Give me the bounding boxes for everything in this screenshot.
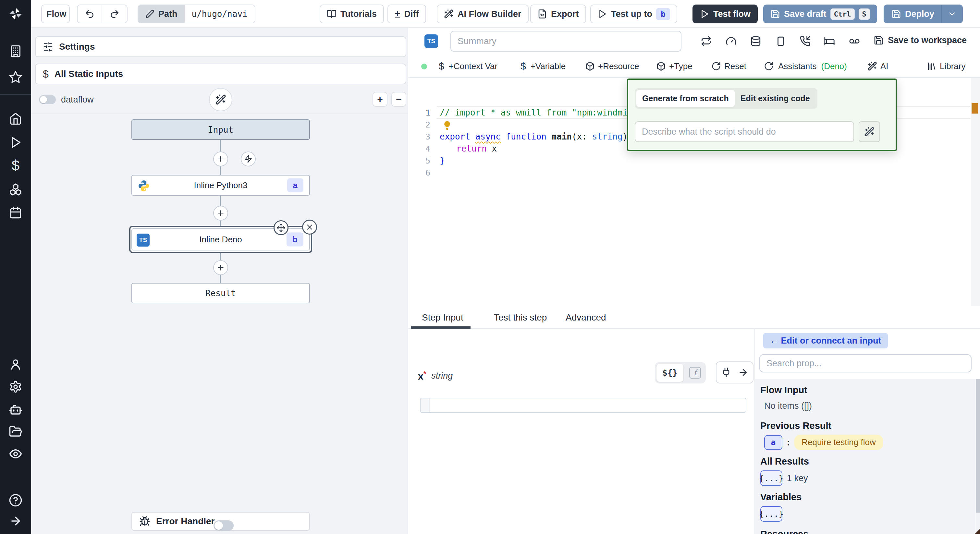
nav-runs-button[interactable] xyxy=(0,136,31,149)
tutorials-button[interactable]: Tutorials xyxy=(320,5,384,23)
generate-from-scratch-tab[interactable]: Generate from scratch xyxy=(636,90,735,107)
move-step-button[interactable] xyxy=(274,220,288,235)
undo-button[interactable] xyxy=(78,5,102,23)
early-stop-settings-button[interactable] xyxy=(775,36,786,47)
mock-settings-button[interactable] xyxy=(849,36,860,47)
flow-settings-button[interactable]: Settings xyxy=(35,37,406,57)
arg-value-input[interactable] xyxy=(420,398,746,413)
nav-ai-bot-button[interactable] xyxy=(0,403,31,416)
fn-mode-button[interactable]: f xyxy=(686,364,704,382)
error-handler-card[interactable]: Error Handler xyxy=(131,512,310,531)
ai-flow-builder-button[interactable]: AI Flow Builder xyxy=(437,5,529,23)
edit-or-connect-pill[interactable]: ← Edit or connect an input xyxy=(763,333,888,348)
code-line-4: return x xyxy=(456,143,497,155)
flow-node-result[interactable]: Result xyxy=(131,283,310,304)
redo-icon xyxy=(109,9,120,19)
collapse-rail-button[interactable] xyxy=(0,515,31,528)
nav-settings-button[interactable] xyxy=(0,380,31,393)
dataflow-toggle[interactable] xyxy=(39,95,56,104)
zoom-in-button[interactable]: + xyxy=(372,92,387,107)
panel-scrollbar-track[interactable] xyxy=(976,379,980,534)
save-draft-button[interactable]: Save draft Ctrl S xyxy=(763,5,877,23)
play-icon xyxy=(9,136,22,149)
tab-step-input[interactable]: Step Input xyxy=(422,306,463,329)
ai-flow-wand-button[interactable] xyxy=(209,88,232,111)
ai-prompt-input[interactable] xyxy=(635,121,854,142)
all-results-object-chip[interactable]: {...} xyxy=(760,470,783,486)
flow-node-input[interactable]: Input xyxy=(131,119,310,140)
add-trigger-button[interactable] xyxy=(241,151,256,167)
nav-audit-button[interactable] xyxy=(0,447,31,461)
arrow-right-icon[interactable] xyxy=(738,367,748,378)
cache-settings-button[interactable] xyxy=(750,36,761,47)
add-variable-button[interactable]: $+Variable xyxy=(520,54,566,78)
flow-menu-label: Flow xyxy=(46,9,67,19)
input-drag-handle[interactable] xyxy=(420,398,430,412)
add-type-button[interactable]: +Type xyxy=(656,54,692,78)
wand-sparkles-icon xyxy=(444,9,453,19)
required-asterisk: * xyxy=(423,370,426,378)
ai-gen-button[interactable]: AI xyxy=(867,54,888,78)
ai-prompt-submit-button[interactable] xyxy=(859,121,880,142)
summary-input[interactable] xyxy=(450,31,681,52)
all-results-header[interactable]: All Results xyxy=(760,456,809,467)
nav-users-button[interactable] xyxy=(0,358,31,371)
add-context-var-button[interactable]: $+Context Var xyxy=(439,54,498,78)
nav-workspace-button[interactable] xyxy=(0,45,31,58)
zoom-out-button[interactable]: − xyxy=(391,92,406,107)
tab-advanced[interactable]: Advanced xyxy=(566,306,606,329)
export-button[interactable]: Export xyxy=(530,5,586,23)
flow-menu-button[interactable]: Flow xyxy=(41,5,70,23)
all-static-inputs-button[interactable]: $ All Static Inputs xyxy=(35,64,406,84)
lightbulb-icon[interactable] xyxy=(442,120,452,130)
help-button[interactable] xyxy=(0,493,31,507)
test-up-to-button[interactable]: Test up to b xyxy=(590,5,677,23)
code-line-3: export async function main(x: string) { xyxy=(440,131,638,143)
path-value[interactable]: u/hugo/navi xyxy=(185,5,255,23)
add-step-button[interactable] xyxy=(213,206,228,221)
search-prop-input[interactable] xyxy=(759,354,972,372)
nav-resources-button[interactable] xyxy=(0,183,31,196)
deploy-button[interactable]: Deploy xyxy=(884,5,942,23)
add-step-button[interactable] xyxy=(213,260,228,275)
nav-folders-button[interactable] xyxy=(0,425,31,438)
panel-scrollbar-thumb[interactable] xyxy=(976,379,980,513)
nav-schedules-button[interactable] xyxy=(0,206,31,219)
error-handler-toggle[interactable] xyxy=(213,520,234,531)
nav-variables-button[interactable]: $ xyxy=(0,159,31,172)
arrow-right-icon xyxy=(9,515,22,528)
save-to-workspace-button[interactable]: Save to workspace xyxy=(873,35,967,45)
variables-header[interactable]: Variables xyxy=(760,492,802,502)
key-count-label: 1 key xyxy=(787,473,808,483)
flow-node-python[interactable]: Inline Python3 a xyxy=(131,175,310,195)
assistants-button[interactable]: Assistants (Deno) xyxy=(764,54,847,78)
tab-test-this-step[interactable]: Test this step xyxy=(494,306,547,329)
add-step-button[interactable] xyxy=(213,151,228,167)
windmill-logo[interactable] xyxy=(0,0,31,28)
library-button[interactable]: Library xyxy=(927,54,966,78)
edit-existing-code-tab[interactable]: Edit existing code xyxy=(735,90,816,107)
expr-mode-button[interactable]: ${} xyxy=(657,364,683,382)
concurrency-settings-button[interactable] xyxy=(725,36,737,47)
variables-object-chip[interactable]: {...} xyxy=(760,506,783,522)
resize-corner[interactable] xyxy=(975,529,980,534)
suspend-settings-button[interactable] xyxy=(800,36,811,47)
delete-step-button[interactable] xyxy=(302,219,317,235)
path-edit-button[interactable]: Path xyxy=(138,5,185,23)
resources-header[interactable]: Resources xyxy=(760,529,808,534)
test-flow-button[interactable]: Test flow xyxy=(692,5,758,23)
nav-favorites-button[interactable] xyxy=(0,70,31,84)
diff-button[interactable]: ± Diff xyxy=(387,5,426,23)
prev-step-badge[interactable]: a xyxy=(764,435,783,450)
nav-home-button[interactable] xyxy=(0,112,31,125)
redo-button[interactable] xyxy=(102,5,127,23)
plug-icon[interactable] xyxy=(721,367,732,378)
add-resource-button[interactable]: +Resource xyxy=(585,54,639,78)
retry-settings-button[interactable] xyxy=(701,36,712,47)
sleep-settings-button[interactable] xyxy=(824,36,835,47)
previous-result-header[interactable]: Previous Result xyxy=(760,420,831,431)
reset-code-button[interactable]: Reset xyxy=(711,54,746,78)
line-number: 6 xyxy=(415,167,430,179)
deploy-dropdown-button[interactable] xyxy=(942,5,962,23)
flow-input-header[interactable]: Flow Input xyxy=(760,385,807,396)
